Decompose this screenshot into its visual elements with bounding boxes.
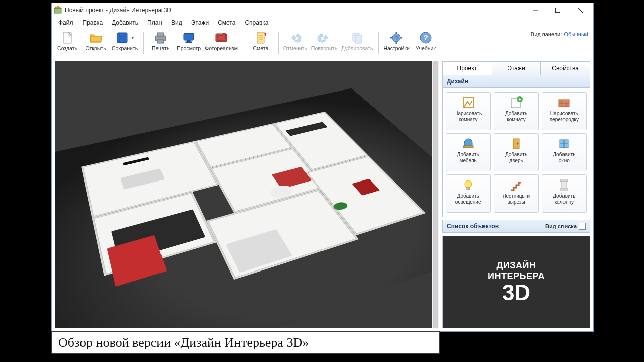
svg-point-26 [395, 36, 398, 39]
duplicate-button: Дублировать [340, 29, 374, 53]
tab-этажи[interactable]: Этажи [492, 61, 541, 75]
svg-marker-1 [54, 6, 61, 8]
svg-text:?: ? [423, 33, 428, 42]
open-button[interactable]: Открыть [82, 29, 109, 53]
tool-card-label: Добавить мебель [457, 152, 479, 163]
open-folder-icon [89, 31, 103, 45]
menu-добавить[interactable]: Добавить [107, 18, 143, 27]
svg-rect-11 [157, 33, 164, 36]
toolbar: СоздатьОткрыть▼СохранитьПечатьПросмотрФо… [52, 28, 593, 58]
duplicate-icon [350, 31, 364, 45]
promo-line3: 3D [488, 282, 545, 304]
tutorial-button[interactable]: ?Учебник [412, 29, 439, 53]
svg-rect-50 [560, 180, 568, 182]
menu-смета[interactable]: Смета [213, 18, 240, 27]
promo-banner: ДИЗАЙН ИНТЕРЬЕРА 3D [442, 236, 590, 328]
svg-text:+: + [518, 97, 521, 102]
maximize-button[interactable] [547, 3, 569, 17]
estimate-label: Смета [253, 45, 268, 51]
estimate-button[interactable]: Смета [247, 29, 274, 53]
svg-rect-19 [257, 32, 264, 43]
design-tools-grid: Нарисовать комнату+Добавить комнатуНарис… [442, 88, 590, 217]
tool-card[interactable]: Нарисовать комнату [446, 92, 491, 130]
add-light-icon [461, 178, 475, 192]
tab-свойства[interactable]: Свойства [541, 61, 590, 75]
undo-button: Отменить [282, 29, 309, 53]
draw-room-icon [461, 96, 475, 110]
tool-card[interactable]: Добавить освещение [446, 174, 491, 213]
menu-план[interactable]: План [143, 18, 167, 27]
svg-rect-3 [556, 8, 560, 13]
svg-rect-24 [355, 35, 362, 43]
tab-проект[interactable]: Проект [442, 61, 492, 75]
viewport-3d[interactable] [55, 61, 439, 328]
print-label: Печать [152, 45, 169, 51]
redo-icon [317, 31, 331, 45]
menu-вид[interactable]: Вид [167, 18, 187, 27]
create-button[interactable]: Создать [54, 29, 81, 53]
tool-card[interactable]: Добавить окно [542, 133, 587, 171]
tool-card[interactable]: Добавить мебель [446, 133, 491, 171]
menu-этажи[interactable]: Этажи [187, 18, 213, 27]
redo-button: Повторить [310, 29, 339, 53]
add-window-icon [557, 137, 571, 151]
photoreal-button[interactable]: Фотореализм [203, 29, 239, 53]
panel-view-link[interactable]: Обычный [564, 31, 588, 37]
tool-card-label: Нарисовать комнату [454, 111, 482, 122]
svg-rect-15 [186, 42, 192, 43]
tool-card-label: Добавить освещение [455, 193, 481, 205]
save-icon [115, 31, 129, 45]
chevron-down-icon[interactable]: ▼ [131, 36, 135, 40]
list-view-switch[interactable]: Вид списка [545, 223, 586, 230]
new-file-icon [60, 31, 74, 45]
create-label: Создать [57, 45, 77, 51]
undo-label: Отменить [283, 45, 307, 51]
tool-card[interactable]: +Добавить комнату [494, 92, 538, 130]
menu-правка[interactable]: Правка [78, 18, 108, 27]
printer-icon [153, 31, 168, 45]
promo-line1: ДИЗАЙН [488, 260, 545, 271]
print-button[interactable]: Печать [147, 29, 174, 53]
tool-card[interactable]: Лестницы и вырезы [494, 174, 538, 213]
video-caption-bar: Обзор новой версии «Дизайн Интерьера 3D» [51, 331, 440, 354]
open-label: Открыть [85, 45, 106, 51]
tool-card[interactable]: Добавить дверь [494, 133, 538, 171]
tool-card[interactable]: Нарисовать перегородку [542, 92, 587, 130]
floorplan-render [55, 102, 439, 328]
minimize-button[interactable] [525, 3, 547, 17]
objects-section-header: Список объектов Вид списка [442, 220, 590, 233]
preview-label: Просмотр [177, 45, 201, 51]
svg-rect-0 [54, 8, 61, 13]
settings-label: Настройки [383, 45, 410, 51]
save-button[interactable]: ▼Сохранить [110, 29, 139, 53]
estimate-icon [254, 31, 268, 45]
window-title: Новый проект - Дизайн Интерьера 3D [65, 7, 525, 14]
add-column-icon [557, 178, 571, 192]
gear-icon [389, 31, 404, 45]
settings-button[interactable]: Настройки [382, 29, 411, 53]
menu-файл[interactable]: Файл [54, 18, 78, 27]
list-view-icon [579, 223, 586, 230]
svg-rect-49 [562, 181, 566, 189]
svg-point-18 [223, 33, 226, 36]
add-furniture-icon [461, 137, 475, 151]
viewport-scrollbar[interactable] [432, 61, 439, 328]
duplicate-label: Дублировать [341, 45, 373, 51]
preview-button[interactable]: Просмотр [175, 29, 202, 53]
tool-card-label: Лестницы и вырезы [503, 193, 530, 205]
side-panel: ПроектЭтажиСвойства Дизайн Нарисовать ко… [441, 58, 593, 331]
svg-point-47 [465, 180, 472, 188]
design-section-header: Дизайн [442, 75, 590, 88]
tutorial-label: Учебник [416, 45, 436, 51]
close-button[interactable] [569, 3, 591, 17]
tool-card[interactable]: Добавить колонну [542, 174, 587, 213]
tool-card-label: Добавить комнату [505, 111, 527, 122]
svg-rect-9 [120, 39, 125, 42]
side-tabs: ПроектЭтажиСвойства [442, 61, 590, 75]
svg-rect-51 [560, 189, 568, 190]
menu-справка[interactable]: Справка [240, 18, 273, 27]
svg-rect-48 [467, 187, 470, 190]
app-window: Новый проект - Дизайн Интерьера 3D ФайлП… [51, 3, 594, 332]
save-label: Сохранить [112, 45, 138, 51]
tool-card-label: Нарисовать перегородку [550, 111, 579, 122]
